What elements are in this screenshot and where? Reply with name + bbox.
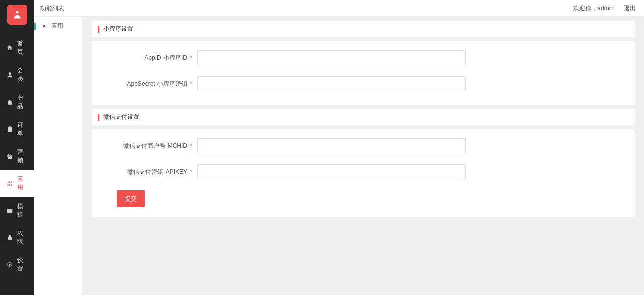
header-title: 功能列表 (40, 4, 64, 13)
apikey-input[interactable] (197, 164, 466, 179)
required-mark: * (188, 168, 192, 175)
bag-icon (6, 99, 13, 106)
nav-goods-label: 商品 (17, 93, 28, 111)
bullet-icon (43, 25, 45, 27)
nav-permission-label: 权限 (17, 229, 28, 246)
nav-app-label: 应用 (17, 175, 28, 192)
wxpay-card-header: 微信支付设置 (92, 109, 635, 125)
svg-point-9 (9, 264, 11, 266)
svg-point-7 (8, 210, 9, 211)
appsecret-input[interactable] (197, 76, 466, 91)
appsecret-label: AppSecret 小程序密钥 * (102, 80, 197, 88)
main-sidebar: 首页 会员 商品 订单 营销 应用 (0, 0, 34, 295)
nav-app[interactable]: 应用 (0, 170, 34, 197)
nav-template[interactable]: 模板 (0, 197, 34, 224)
miniprogram-title: 小程序设置 (103, 25, 133, 33)
image-icon (6, 207, 13, 214)
required-mark: * (188, 80, 192, 87)
app-icon (6, 180, 13, 187)
nav-settings-label: 设置 (17, 256, 28, 273)
gear-icon (6, 261, 13, 268)
wxpay-title: 微信支付设置 (103, 113, 139, 121)
nav-home[interactable]: 首页 (0, 34, 34, 61)
miniprogram-card-body: AppID 小程序ID * AppSecret 小程序密钥 * (92, 41, 635, 105)
nav-member[interactable]: 会员 (0, 61, 34, 88)
svg-rect-5 (8, 157, 12, 159)
main-content: 小程序设置 AppID 小程序ID * (83, 17, 644, 295)
nav-settings[interactable]: 设置 (0, 251, 34, 278)
mchid-input[interactable] (197, 138, 466, 153)
submit-button[interactable]: 提交 (117, 190, 145, 207)
logo-icon (7, 5, 27, 25)
svg-rect-3 (9, 126, 11, 127)
miniprogram-card-header: 小程序设置 (92, 21, 635, 37)
nav-member-label: 会员 (17, 66, 28, 83)
top-header: 功能列表 欢迎你，admin 退出 (34, 0, 644, 17)
svg-point-0 (16, 11, 19, 14)
nav-order-label: 订单 (17, 121, 28, 138)
required-mark: * (188, 142, 192, 149)
logout-link[interactable]: 退出 (624, 4, 636, 13)
mchid-label: 微信支付商户号 MCHID * (102, 142, 197, 150)
gift-icon (6, 153, 13, 160)
home-icon (6, 44, 13, 51)
nav-order[interactable]: 订单 (0, 116, 34, 143)
subnav-item-label: 应用 (51, 22, 63, 30)
nav-home-label: 首页 (17, 39, 28, 56)
user-icon (6, 71, 13, 78)
nav-marketing-label: 营销 (17, 148, 28, 165)
nav-marketing[interactable]: 营销 (0, 143, 34, 170)
logo (0, 0, 34, 29)
lock-icon (6, 234, 13, 241)
wxpay-card-body: 微信支付商户号 MCHID * 微信支付密钥 APIKEY * 提交 (92, 129, 635, 217)
svg-rect-2 (8, 127, 12, 132)
clipboard-icon (6, 126, 13, 133)
appid-label: AppID 小程序ID * (102, 54, 197, 62)
sub-nav: 应用 (34, 17, 83, 295)
subnav-item-app[interactable]: 应用 (34, 17, 82, 35)
required-mark: * (188, 54, 192, 61)
nav-template-label: 模板 (17, 202, 28, 219)
svg-rect-4 (7, 155, 13, 156)
nav-goods[interactable]: 商品 (0, 88, 34, 116)
nav-permission[interactable]: 权限 (0, 224, 34, 251)
header-welcome: 欢迎你，admin (573, 4, 614, 13)
appid-input[interactable] (197, 50, 466, 65)
svg-point-1 (9, 72, 11, 75)
svg-rect-8 (8, 237, 12, 240)
apikey-label: 微信支付密钥 APIKEY * (102, 168, 197, 176)
